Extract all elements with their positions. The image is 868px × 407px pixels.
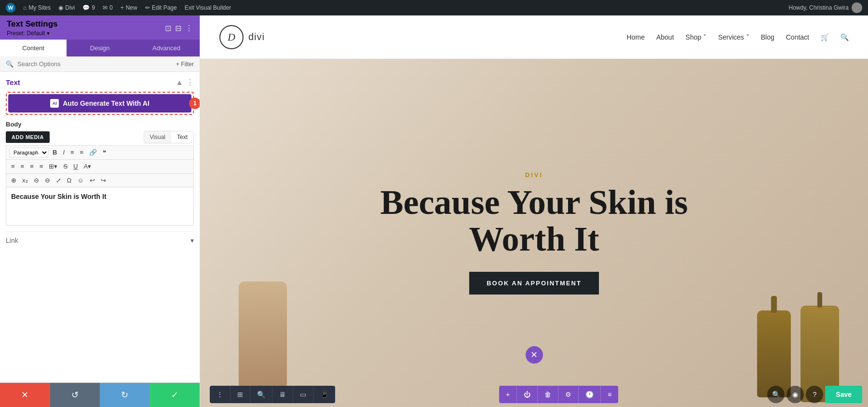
- toolbar-tablet-icon[interactable]: ▭: [293, 386, 313, 403]
- ai-generate-button[interactable]: AI Auto Generate Text With AI: [8, 94, 191, 112]
- filter-button[interactable]: + Filter: [176, 61, 194, 68]
- align-left-button[interactable]: ≡: [9, 162, 17, 171]
- redo-footer-button[interactable]: ↻: [100, 383, 150, 407]
- site-menu: Home About Shop ˅ Services ˅ Blog Contac…: [627, 33, 849, 41]
- messages-link[interactable]: ✉ 0: [103, 4, 113, 11]
- nav-contact[interactable]: Contact: [786, 33, 809, 41]
- bottle-left-decoration: [239, 281, 287, 388]
- blockquote-button[interactable]: ❝: [101, 148, 108, 157]
- cancel-button[interactable]: ✕: [0, 383, 50, 407]
- section-menu-icon[interactable]: ⋮: [186, 78, 194, 87]
- indent-button[interactable]: ⊖: [32, 176, 41, 185]
- new-link[interactable]: + New: [121, 4, 137, 11]
- emoji-button[interactable]: ☺: [75, 176, 85, 185]
- panel-preset[interactable]: Preset: Default ▾: [7, 30, 57, 37]
- tab-advanced[interactable]: Advanced: [133, 40, 200, 56]
- fullscreen-button[interactable]: ⤢: [54, 176, 63, 185]
- editor-content[interactable]: Because Your Skin is Worth It: [6, 187, 194, 225]
- panel-menu-icon[interactable]: ⋮: [185, 24, 193, 33]
- logo-circle: D: [219, 25, 244, 49]
- comments-link[interactable]: 💬 9: [82, 4, 95, 11]
- confirm-button[interactable]: ✓: [150, 383, 200, 407]
- toolbar-menu-icon[interactable]: ⋮: [210, 386, 231, 403]
- nav-blog[interactable]: Blog: [761, 33, 774, 41]
- nav-search-icon[interactable]: 🔍: [841, 33, 849, 41]
- more-button[interactable]: ≡: [601, 386, 618, 403]
- bottom-toolbars: ⋮ ⊞ 🔍 🖥 ▭ 📱 + ⏻ 🗑 ⚙ 🕐 ≡ 🔍: [200, 386, 868, 407]
- tab-design[interactable]: Design: [67, 40, 133, 56]
- settings-module-button[interactable]: ⚙: [558, 386, 579, 403]
- add-module-button[interactable]: +: [499, 386, 517, 403]
- help-icon[interactable]: ?: [806, 386, 823, 403]
- special-char-button[interactable]: Ω: [65, 176, 74, 185]
- nav-services[interactable]: Services ˅: [718, 33, 749, 41]
- edit-page-link[interactable]: ✏ Edit Page: [145, 4, 177, 11]
- underline-button[interactable]: U: [71, 162, 80, 171]
- add-media-button[interactable]: ADD MEDIA: [6, 131, 50, 143]
- align-right-button[interactable]: ≡: [28, 162, 36, 171]
- panel-split-icon[interactable]: ⊟: [175, 24, 181, 33]
- outdent-button[interactable]: ⊖: [43, 176, 52, 185]
- hero-title: Because Your Skin is Worth It: [366, 184, 703, 257]
- wp-logo-icon[interactable]: W: [6, 3, 15, 13]
- nav-about[interactable]: About: [656, 33, 674, 41]
- editor-tab-visual[interactable]: Visual: [144, 131, 171, 143]
- toolbar-grid-icon[interactable]: ⊞: [231, 386, 250, 403]
- nav-home[interactable]: Home: [627, 33, 645, 41]
- hero-cta-button[interactable]: BOOK AN APPOINTMENT: [469, 272, 599, 295]
- ul-button[interactable]: ≡: [68, 148, 76, 157]
- site-logo: D divi: [219, 25, 265, 49]
- power-button[interactable]: ⏻: [517, 386, 538, 403]
- delete-module-button[interactable]: 🗑: [538, 386, 558, 403]
- editor-toolbar-row2: ≡ ≡ ≡ ≡ ⊞▾ S U A▾: [6, 159, 194, 173]
- search-bar: 🔍 + Filter: [0, 56, 200, 72]
- font-color-button[interactable]: A▾: [81, 162, 93, 171]
- link-label: Link: [6, 237, 18, 244]
- divi-link[interactable]: ◉ Divi: [58, 4, 75, 11]
- plus-icon: +: [121, 4, 124, 11]
- link-chevron-icon[interactable]: ▾: [190, 237, 194, 244]
- toolbar-mobile-icon[interactable]: 📱: [313, 386, 335, 403]
- editor-tab-text[interactable]: Text: [171, 131, 193, 143]
- save-button[interactable]: Save: [825, 386, 862, 403]
- user-menu[interactable]: Howdy, Christina Gwira: [789, 2, 862, 13]
- paragraph-select[interactable]: Paragraph: [9, 148, 49, 157]
- redo-button[interactable]: ↪: [99, 176, 108, 185]
- exit-builder-link[interactable]: Exit Visual Builder: [185, 4, 231, 11]
- search-input[interactable]: [17, 60, 172, 68]
- panel-resize-icon[interactable]: ⊡: [165, 24, 171, 33]
- tab-content[interactable]: Content: [0, 40, 67, 56]
- strikethrough-button[interactable]: S: [61, 162, 69, 171]
- align-center-button[interactable]: ≡: [19, 162, 27, 171]
- panel-tabs: Content Design Advanced: [0, 40, 200, 56]
- collapse-icon[interactable]: ▲: [176, 78, 183, 87]
- ol-button[interactable]: ≡: [78, 148, 86, 157]
- nav-shop[interactable]: Shop ˅: [686, 33, 707, 41]
- toolbar-search-icon[interactable]: 🔍: [250, 386, 272, 403]
- history-button[interactable]: 🕐: [579, 386, 601, 403]
- undo-footer-button[interactable]: ↺: [50, 383, 100, 407]
- subscript-button[interactable]: x₂: [20, 176, 30, 185]
- ai-icon: AI: [50, 99, 59, 108]
- toolbar-desktop-icon[interactable]: 🖥: [272, 386, 293, 403]
- search-right-icon[interactable]: 🔍: [767, 386, 785, 403]
- table-button[interactable]: ⊞▾: [47, 162, 59, 171]
- purple-close-button[interactable]: ✕: [526, 346, 543, 364]
- nav-cart-icon[interactable]: 🛒: [821, 33, 829, 41]
- bold-button[interactable]: B: [51, 148, 59, 157]
- ai-badge: 1: [189, 98, 200, 109]
- link-button[interactable]: 🔗: [87, 148, 99, 157]
- undo-button[interactable]: ↩: [88, 176, 97, 185]
- edit-icon: ✏: [145, 4, 150, 11]
- italic-button[interactable]: I: [61, 148, 67, 157]
- panel-header: Text Settings Preset: Default ▾ ⊡ ⊟ ⋮: [0, 15, 200, 40]
- paste-button[interactable]: ⊕: [9, 176, 18, 185]
- text-section-title: Text: [6, 78, 20, 86]
- middle-toolbar: + ⏻ 🗑 ⚙ 🕐 ≡: [499, 386, 618, 403]
- layers-icon[interactable]: ◉: [787, 386, 804, 403]
- align-justify-button[interactable]: ≡: [38, 162, 45, 171]
- my-sites-link[interactable]: ⌂ My Sites: [23, 4, 51, 11]
- editor-toolbar-row1: Paragraph B I ≡ ≡ 🔗 ❝: [6, 145, 194, 159]
- panel-title: Text Settings: [7, 19, 57, 29]
- search-icon: 🔍: [6, 60, 14, 68]
